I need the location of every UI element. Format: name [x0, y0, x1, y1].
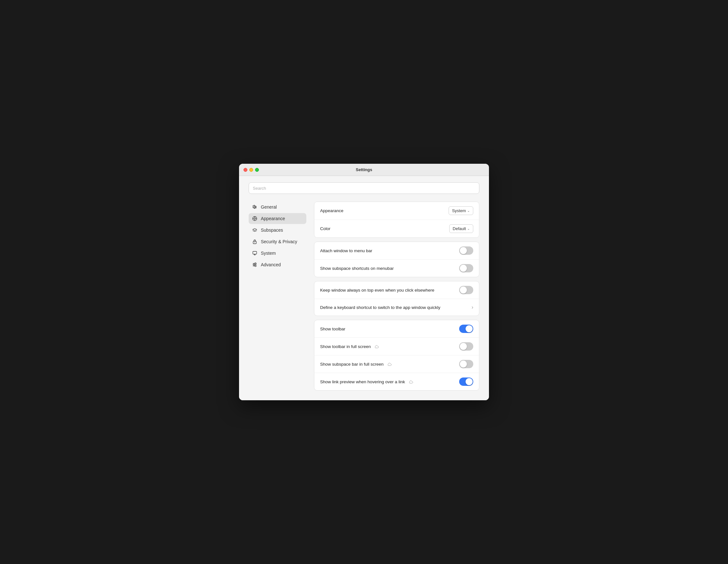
show-subspace-fullscreen-slider — [459, 360, 473, 368]
minimize-button[interactable] — [249, 168, 253, 172]
link-preview-toggle[interactable] — [459, 377, 473, 386]
show-toolbar-fullscreen-label: Show toolbar in full screen — [320, 344, 379, 349]
always-on-top-label: Keep window always on top even when you … — [320, 288, 434, 293]
appearance-icon — [252, 216, 258, 221]
keyboard-shortcut-row[interactable]: Define a keyboard shortcut to switch to … — [314, 299, 479, 316]
always-on-top-control — [459, 286, 473, 294]
link-preview-label: Show link preview when hovering over a l… — [320, 379, 413, 384]
sidebar-item-subspaces[interactable]: Subspaces — [249, 225, 306, 236]
color-dropdown[interactable]: Default ⌄ — [449, 224, 473, 233]
sidebar-item-appearance[interactable]: Appearance — [249, 213, 306, 224]
sliders-icon — [252, 262, 258, 268]
attach-window-label: Attach window to menu bar — [320, 248, 372, 253]
link-preview-row: Show link preview when hovering over a l… — [314, 373, 479, 390]
traffic-lights — [244, 168, 259, 172]
appearance-label: Appearance — [320, 208, 343, 213]
color-row: Color Default ⌄ — [314, 220, 479, 237]
attach-window-slider — [459, 246, 473, 255]
menubar-card: Attach window to menu bar Show subspace … — [314, 242, 479, 277]
content-area: General Appearance — [249, 202, 479, 391]
svg-rect-8 — [253, 252, 257, 254]
attach-window-row: Attach window to menu bar — [314, 242, 479, 260]
chevron-down-icon: ⌄ — [467, 209, 470, 212]
svg-point-7 — [254, 242, 255, 243]
layers-icon — [252, 227, 258, 233]
keyboard-shortcut-label: Define a keyboard shortcut to switch to … — [320, 305, 440, 310]
sidebar: General Appearance — [249, 202, 306, 391]
search-bar-container — [249, 182, 479, 194]
sidebar-item-security-label: Security & Privacy — [261, 239, 297, 244]
show-toolbar-slider — [459, 325, 473, 333]
close-button[interactable] — [244, 168, 247, 172]
show-subspace-fullscreen-label: Show subspace bar in full screen — [320, 361, 392, 367]
always-on-top-slider — [459, 286, 473, 294]
theme-card: Appearance System ⌄ Color Default — [314, 202, 479, 238]
main-content: Appearance System ⌄ Color Default — [314, 202, 479, 391]
always-on-top-row: Keep window always on top even when you … — [314, 281, 479, 299]
show-shortcuts-toggle[interactable] — [459, 264, 473, 272]
search-input[interactable] — [249, 182, 479, 194]
monitor-icon — [252, 250, 258, 256]
show-toolbar-fullscreen-slider — [459, 342, 473, 351]
attach-window-control — [459, 246, 473, 255]
window-title: Settings — [356, 167, 372, 172]
show-shortcuts-slider — [459, 264, 473, 272]
link-preview-slider — [459, 377, 473, 386]
sidebar-item-security[interactable]: Security & Privacy — [249, 236, 306, 247]
sidebar-item-subspaces-label: Subspaces — [261, 228, 283, 233]
sidebar-item-system[interactable]: System — [249, 248, 306, 259]
window-body: General Appearance — [239, 176, 489, 400]
show-toolbar-fullscreen-control — [459, 342, 473, 351]
link-preview-control — [459, 377, 473, 386]
settings-window: Settings General — [239, 164, 489, 400]
chevron-down-icon: ⌄ — [467, 227, 470, 230]
toolbar-card: Show toolbar Show toolbar in full screen — [314, 320, 479, 391]
sidebar-item-general-label: General — [261, 204, 277, 210]
show-subspace-fullscreen-row: Show subspace bar in full screen — [314, 355, 479, 373]
color-value: Default — [453, 226, 466, 231]
appearance-value: System — [452, 208, 466, 213]
sidebar-item-system-label: System — [261, 251, 276, 256]
sidebar-item-advanced[interactable]: Advanced — [249, 259, 306, 270]
lock-icon — [252, 239, 258, 245]
chevron-right-icon: › — [472, 304, 473, 310]
svg-point-1 — [254, 218, 256, 220]
show-toolbar-fullscreen-toggle[interactable] — [459, 342, 473, 351]
show-shortcuts-row: Show subspace shortcuts on menubar — [314, 260, 479, 277]
show-subspace-fullscreen-control — [459, 360, 473, 368]
color-label: Color — [320, 226, 330, 231]
maximize-button[interactable] — [255, 168, 259, 172]
appearance-row: Appearance System ⌄ — [314, 202, 479, 220]
show-toolbar-label: Show toolbar — [320, 327, 345, 331]
cloud-icon — [408, 379, 413, 384]
show-subspace-fullscreen-toggle[interactable] — [459, 360, 473, 368]
cloud-icon — [374, 344, 379, 349]
appearance-control: System ⌄ — [449, 206, 473, 215]
window-card: Keep window always on top even when you … — [314, 281, 479, 316]
always-on-top-toggle[interactable] — [459, 286, 473, 294]
show-shortcuts-label: Show subspace shortcuts on menubar — [320, 266, 394, 271]
svg-point-13 — [253, 264, 254, 265]
sidebar-item-general[interactable]: General — [249, 202, 306, 212]
show-toolbar-toggle[interactable] — [459, 325, 473, 333]
color-control: Default ⌄ — [449, 224, 473, 233]
sidebar-item-appearance-label: Appearance — [261, 216, 285, 221]
sidebar-item-advanced-label: Advanced — [261, 262, 281, 267]
cloud-icon — [387, 361, 392, 367]
keyboard-shortcut-control: › — [472, 304, 473, 310]
show-toolbar-row: Show toolbar — [314, 320, 479, 338]
svg-point-14 — [255, 265, 256, 267]
attach-window-toggle[interactable] — [459, 246, 473, 255]
gear-icon — [252, 204, 258, 210]
appearance-dropdown[interactable]: System ⌄ — [449, 206, 473, 215]
svg-point-12 — [255, 263, 256, 264]
show-toolbar-control — [459, 325, 473, 333]
show-toolbar-fullscreen-row: Show toolbar in full screen — [314, 338, 479, 355]
show-shortcuts-control — [459, 264, 473, 272]
titlebar: Settings — [239, 164, 489, 176]
